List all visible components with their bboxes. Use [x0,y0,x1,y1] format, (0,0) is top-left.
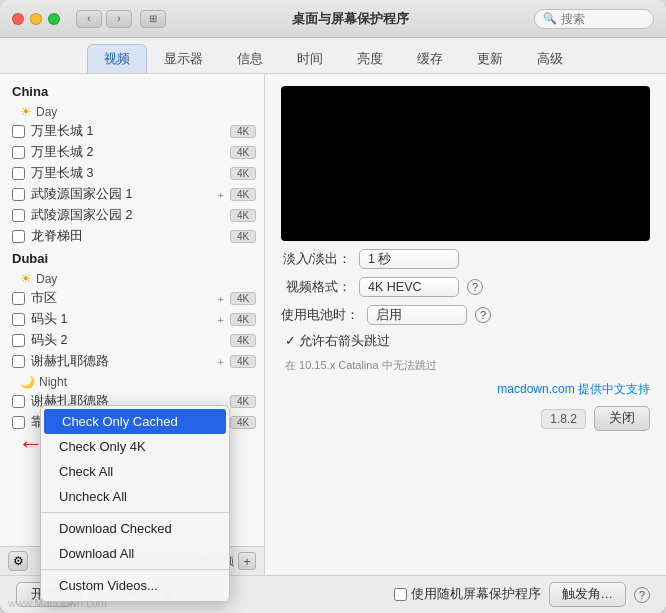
menu-item-check-only-4k[interactable]: Check Only 4K [41,434,229,459]
item-label: 万里长城 2 [31,144,226,161]
sun-icon: ☀ [20,104,32,119]
plus-icon: + [218,356,224,368]
fade-row: 淡入/淡出： 1 秒 [281,249,650,269]
item-checkbox[interactable] [12,146,25,159]
item-label: 龙脊梯田 [31,228,226,245]
tab-time[interactable]: 时间 [280,44,340,73]
list-item: 码头 1 + 4K [0,309,264,330]
right-panel: 淡入/淡出： 1 秒 视频格式： 4K HEVC ? [265,74,666,575]
battery-help-button[interactable]: ? [475,307,491,323]
close-button[interactable]: 关闭 [594,406,650,431]
forward-button[interactable]: › [106,10,132,28]
item-checkbox[interactable] [12,395,25,408]
menu-item-custom-videos[interactable]: Custom Videos... [41,573,229,598]
tabbar: 视频 显示器 信息 时间 亮度 缓存 更新 高级 [0,38,666,74]
tab-brightness[interactable]: 亮度 [340,44,400,73]
battery-select[interactable]: 启用 [367,305,467,325]
arrow-indicator: ← [18,428,44,459]
arrow-jump-hint-row: 在 10.15.x Catalina 中无法跳过 [281,358,650,373]
battery-select-wrap: 启用 [367,305,467,325]
item-checkbox[interactable] [12,230,25,243]
format-row: 视频格式： 4K HEVC ? [281,277,650,297]
minimize-window-button[interactable] [30,13,42,25]
random-checkbox[interactable] [394,588,407,601]
fade-label: 淡入/淡出： [281,251,351,268]
plus-icon: + [218,293,224,305]
format-select-wrap: 4K HEVC [359,277,459,297]
item-checkbox[interactable] [12,334,25,347]
nav-buttons: ‹ › [76,10,132,28]
menu-item-uncheck-all[interactable]: Uncheck All [41,484,229,509]
item-badge: 4K [230,188,256,201]
video-preview [281,86,650,241]
plus-icon: + [218,189,224,201]
item-checkbox[interactable] [12,125,25,138]
item-label: 万里长城 3 [31,165,226,182]
item-label: 武陵源国家公园 2 [31,207,226,224]
maximize-window-button[interactable] [48,13,60,25]
menu-item-download-all[interactable]: Download All [41,541,229,566]
close-window-button[interactable] [12,13,24,25]
tab-video[interactable]: 视频 [87,44,147,73]
item-badge: 4K [230,209,256,222]
item-badge: 4K [230,395,256,408]
list-item: 武陵源国家公园 2 4K [0,205,264,226]
item-badge: 4K [230,230,256,243]
tab-info[interactable]: 信息 [220,44,280,73]
item-badge: 4K [230,125,256,138]
grid-button[interactable]: ⊞ [140,10,166,28]
subheader-dubai-day: ☀ Day [0,268,264,288]
menu-separator-1 [41,512,229,513]
bottom-help-button[interactable]: ? [634,587,650,603]
tab-advanced[interactable]: 高级 [520,44,580,73]
subheader-china-day: ☀ Day [0,101,264,121]
item-label: 武陵源国家公园 1 [31,186,214,203]
item-badge: 4K [230,292,256,305]
touch-corner-button[interactable]: 触发角… [549,582,627,607]
sun-icon: ☀ [20,271,32,286]
plus-icon: + [218,314,224,326]
context-menu: Check Only Cached Check Only 4K Check Al… [40,405,230,602]
search-box: 🔍 [534,9,654,29]
item-label: 市区 [31,290,214,307]
item-checkbox[interactable] [12,313,25,326]
version-row: 1.8.2 关闭 [281,406,650,431]
list-item: 武陵源国家公园 1 + 4K [0,184,264,205]
format-label: 视频格式： [281,279,351,296]
tab-cache[interactable]: 缓存 [400,44,460,73]
list-item: 龙脊梯田 4K [0,226,264,247]
arrow-jump-hint: 在 10.15.x Catalina 中无法跳过 [281,358,437,373]
chinese-support-link[interactable]: macdown.com 提供中文支持 [281,381,650,398]
format-select[interactable]: 4K HEVC [359,277,459,297]
random-label: 使用随机屏幕保护程序 [411,586,541,603]
format-help-button[interactable]: ? [467,279,483,295]
add-button[interactable]: + [238,552,256,570]
main-window: ‹ › ⊞ 桌面与屏幕保护程序 🔍 视频 显示器 信息 时间 亮度 缓存 更新 … [0,0,666,613]
tab-display[interactable]: 显示器 [147,44,220,73]
traffic-lights [12,13,60,25]
subheader-dubai-night: 🌙 Night [0,372,264,391]
menu-item-check-all[interactable]: Check All [41,459,229,484]
item-checkbox[interactable] [12,355,25,368]
list-item: 万里长城 1 4K [0,121,264,142]
window-title: 桌面与屏幕保护程序 [174,10,526,28]
list-item: 谢赫扎耶德路 + 4K [0,351,264,372]
battery-row: 使用电池时： 启用 ? [281,305,650,325]
moon-icon: 🌙 [20,375,35,389]
menu-item-download-checked[interactable]: Download Checked [41,516,229,541]
item-checkbox[interactable] [12,292,25,305]
item-checkbox[interactable] [12,167,25,180]
item-checkbox[interactable] [12,188,25,201]
search-input[interactable] [561,12,646,26]
item-badge: 4K [230,416,256,429]
back-button[interactable]: ‹ [76,10,102,28]
random-checkbox-row: 使用随机屏幕保护程序 [394,586,541,603]
menu-item-check-only-cached[interactable]: Check Only Cached [44,409,226,434]
item-checkbox[interactable] [12,209,25,222]
form-rows: 淡入/淡出： 1 秒 视频格式： 4K HEVC ? [281,249,650,373]
fade-select[interactable]: 1 秒 [359,249,459,269]
titlebar: ‹ › ⊞ 桌面与屏幕保护程序 🔍 [0,0,666,38]
item-badge: 4K [230,167,256,180]
gear-button[interactable]: ⚙ [8,551,28,571]
tab-update[interactable]: 更新 [460,44,520,73]
